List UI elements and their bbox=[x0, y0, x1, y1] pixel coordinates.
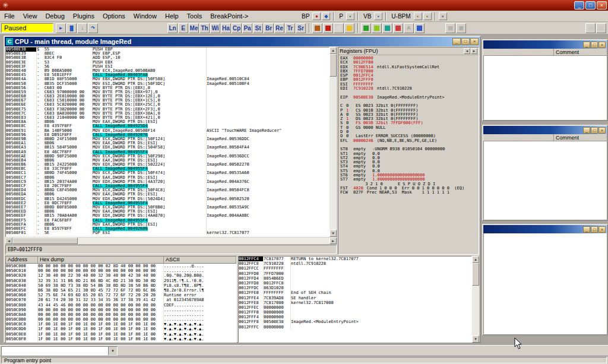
stack-row[interactable]: 0012FFF400000000 bbox=[239, 315, 471, 319]
register-line[interactable]: EBX7FFD7000 bbox=[340, 69, 477, 74]
disasm-row[interactable]: 00508EB4. 8B06MOV EAX,DWORD PTR DS:[ESI] bbox=[6, 159, 329, 163]
command-combobox[interactable]: ▼ bbox=[1, 346, 118, 356]
disasm-row[interactable]: 00508EAE. 8B0D 98F25000MOV ECX,DWORD PTR… bbox=[6, 154, 329, 159]
disassembly-hscrollbar[interactable]: ◄ ► bbox=[5, 238, 337, 244]
panel-button-th[interactable]: Th bbox=[200, 23, 210, 33]
memory-map-icon[interactable] bbox=[361, 23, 371, 33]
efl-line[interactable]: EFL00000246(NO,NB,E,BE,NS,PE,GE,LE) bbox=[340, 139, 477, 143]
bp-toolbar-label-ubpm[interactable]: U-BPM bbox=[389, 13, 413, 20]
side-close-button[interactable]: × bbox=[598, 42, 606, 48]
register-line[interactable]: EDX7C90E514ntdll.KiFastSystemCallRet bbox=[340, 65, 477, 69]
dump-row[interactable]: 0050C03032 39 31 31 B6 0D 21 B6 0D 4C 0D… bbox=[6, 278, 236, 283]
threads-icon[interactable] bbox=[382, 23, 392, 33]
stack-pane[interactable]: 0012FFC47C817077RETURN to kernel32.7C817… bbox=[238, 256, 472, 343]
scroll-up-icon[interactable]: ▲ bbox=[472, 256, 479, 263]
register-line[interactable]: EAX00000000 bbox=[340, 56, 477, 61]
panel-button-ln[interactable]: Ln bbox=[167, 23, 178, 33]
dump-row[interactable]: 0050C050B6 38 0D 5A 65 21 30 0D 45 72 72… bbox=[6, 288, 236, 293]
fcw-line[interactable]: FCW027FPrec NEAR,53 Mask 1 1 1 1 1 1 bbox=[340, 191, 477, 195]
menu-item-help[interactable]: Help bbox=[161, 11, 183, 22]
side-window-2[interactable]: _ □ × Comment bbox=[482, 125, 608, 221]
panel-button-sr[interactable]: Sr bbox=[296, 23, 306, 33]
options-icon[interactable] bbox=[344, 23, 354, 33]
fpu-line[interactable]: ST2empty0.0 bbox=[340, 156, 477, 160]
panel-button-me[interactable]: Me bbox=[189, 23, 199, 33]
disasm-row[interactable]: 00508E9B. 8B0D 24F15000MOV ECX,DWORD PTR… bbox=[6, 137, 329, 141]
disasm-row[interactable]: 00508E45. E8 5EB1EFFFCALL ImageRed.00403… bbox=[6, 73, 329, 77]
panel-button-tr[interactable]: Tr bbox=[285, 23, 295, 33]
modules-icon[interactable] bbox=[372, 23, 382, 33]
run-button[interactable]: ► bbox=[56, 23, 66, 33]
fpu-line[interactable]: ST5empty0.0 bbox=[340, 169, 477, 173]
cascade-windows-icon[interactable]: ▥ bbox=[596, 23, 606, 33]
disasm-row[interactable]: 00508E7C. C683 8A030000 00MOV BYTE PTR D… bbox=[6, 112, 329, 116]
scroll-left-icon[interactable]: ◄ bbox=[5, 238, 12, 244]
breakpoints-icon[interactable] bbox=[323, 23, 333, 33]
minimize-button[interactable]: _ bbox=[574, 1, 584, 10]
side-minimize-button[interactable]: _ bbox=[583, 42, 590, 48]
disasm-row[interactable]: 00508EDA. 8B06MOV EAX,DWORD PTR DS:[ESI] bbox=[6, 192, 329, 197]
flag-line[interactable]: C0ES 0023 32bit 0(FFFFFFFF) bbox=[340, 104, 477, 108]
fst-line[interactable]: FST4020Cond 1 0 0 0 Err 0 0 1 0 0 0 0 0 … bbox=[340, 186, 477, 191]
flag-line[interactable]: T0GS 0000 NULL bbox=[340, 126, 477, 130]
step-over-button[interactable]: ↷ bbox=[88, 23, 98, 33]
disasm-row[interactable]: 00508EBC. E8 33C7F8FFCALL ImageRed.00495… bbox=[6, 167, 329, 171]
disasm-row[interactable]: 00508E3B. 83C4 F0ADD ESP,-10 bbox=[6, 56, 329, 60]
panel-button-re[interactable]: Re bbox=[274, 23, 284, 33]
menu-item-window[interactable]: Window bbox=[129, 11, 161, 22]
windows-list-icon[interactable]: ▤ bbox=[445, 23, 455, 33]
stack-row[interactable]: 0012FFCCFFFFFFFF bbox=[239, 266, 471, 271]
disassembly-pane[interactable]: 00508E38$ 55PUSH EBP00508E39. 8BECMOV EB… bbox=[5, 47, 330, 237]
disasm-row[interactable]: 00508E3F. 56PUSH ESI bbox=[6, 65, 329, 69]
fpu-next-button[interactable]: ► bbox=[471, 48, 477, 54]
scroll-down-icon[interactable]: ▼ bbox=[330, 230, 337, 237]
dump-row[interactable]: 0050C0F01F 00 1E 00 1F 00 1E 00 1F 00 1E… bbox=[6, 337, 236, 341]
disasm-row[interactable]: 00508EB6. 8B15 24225000MOV EDX,DWORD PTR… bbox=[6, 163, 329, 167]
side-minimize-button[interactable]: _ bbox=[583, 127, 590, 134]
memory-breakpoint-icon[interactable]: ◆ bbox=[322, 12, 330, 20]
menu-item-file[interactable]: File bbox=[0, 11, 19, 22]
register-line[interactable]: ECX0012FFB0 bbox=[340, 61, 477, 65]
hardware-breakpoint-icon[interactable]: ● bbox=[312, 12, 321, 20]
side-window-2-title-bar[interactable]: _ □ × bbox=[483, 126, 607, 134]
toolbar-close-icon[interactable]: × bbox=[439, 12, 447, 20]
disasm-row[interactable]: 00508EC7. 8B06MOV EAX,DWORD PTR DS:[ESI] bbox=[6, 176, 329, 180]
appearance-icon[interactable]: A bbox=[404, 23, 414, 33]
dump-row[interactable]: 0050C07020 61 74 20 30 31 32 33 34 35 36… bbox=[6, 297, 236, 302]
side-window-1-title-bar[interactable]: _ □ × bbox=[483, 40, 607, 49]
disasm-row[interactable]: 00508EE2. E8 0DC7F8FFCALL ImageRed.00495… bbox=[6, 201, 329, 205]
disasm-row[interactable]: 00508EDC. 8B15 D4245000MOV EDX,DWORD PTR… bbox=[6, 197, 329, 201]
vb-breakpoint-icon[interactable]: ▪ bbox=[374, 12, 382, 20]
disasm-row[interactable]: 00508E6E. C683 5C020000 00MOV BYTE PTR D… bbox=[6, 103, 329, 107]
cpu-maximize-button[interactable]: □ bbox=[461, 38, 470, 45]
disasm-row[interactable]: 00508EFA. 8B06MOV EAX,DWORD PTR DS:[ESI] bbox=[6, 223, 329, 227]
close-button[interactable]: × bbox=[597, 1, 607, 10]
disasm-row[interactable]: 00508E56. C603 00MOV BYTE PTR DS:[EBX],0 bbox=[6, 86, 329, 90]
fpu-line[interactable]: ST0empty-UNORM B938 01050104 00000000 bbox=[340, 147, 477, 151]
disasm-row[interactable]: 00508EF5. E8 FAC6F8FFCALL ImageRed.00495… bbox=[6, 219, 329, 223]
stack-row[interactable]: 0012FFD07FFD7000 bbox=[239, 271, 471, 276]
scroll-thumb[interactable] bbox=[472, 263, 479, 286]
bp-toolbar-label-vb[interactable]: VB bbox=[361, 13, 373, 20]
fpu-line[interactable]: ST6empty1.0000000000000000000 bbox=[340, 173, 477, 178]
pause-button[interactable]: ▐▌ bbox=[66, 23, 77, 33]
maximize-button[interactable]: □ bbox=[585, 1, 596, 10]
stack-vscrollbar[interactable]: ▲ ▼ bbox=[472, 256, 479, 343]
dump-row[interactable]: 0050C00000 00 00 00 00 00 00 00 00 02 8D… bbox=[6, 264, 236, 268]
scroll-thumb[interactable] bbox=[12, 238, 78, 244]
disasm-row[interactable]: 00508EA9. E8 46C7F8FFCALL ImageRed.00495… bbox=[6, 150, 329, 154]
bp-toolbar-label-bp[interactable]: BP bbox=[299, 13, 312, 20]
disasm-row[interactable]: 00508E96. E8 DB91F8FFCALL ImageRed.00492… bbox=[6, 133, 329, 137]
cpu-window[interactable]: C CPU - main thread, module ImageRed _ □… bbox=[4, 36, 481, 343]
title-bar[interactable]: ✳ _ □ × bbox=[0, 0, 608, 11]
register-line[interactable]: EDI7C910228ntdll.7C910228 bbox=[340, 87, 477, 91]
help-icon[interactable] bbox=[414, 23, 425, 33]
disasm-row[interactable]: 00508EFC. E8 8597F8FFCALL ImageRed.00492… bbox=[6, 227, 329, 231]
flag-line[interactable]: Z1DS 0023 32bit 0(FFFFFFFF) bbox=[340, 117, 477, 121]
stack-row[interactable]: 0012FFE0FFFFFFFFEnd of SEH chain bbox=[239, 290, 471, 295]
fpu-line[interactable]: ST3empty0.0 bbox=[340, 160, 477, 164]
disasm-row[interactable]: 00508E39. 8BECMOV EBP,ESP bbox=[6, 52, 329, 56]
dump-row[interactable]: 0050C08043 44 45 46 00 00 00 00 00 00 00… bbox=[6, 303, 236, 308]
disasm-row[interactable]: 00508E75. C683 F3020000 00MOV BYTE PTR D… bbox=[6, 107, 329, 112]
dump-row[interactable]: 0050C04050 69 38 0D 73 38 0D 54 B6 38 0D… bbox=[6, 283, 236, 288]
